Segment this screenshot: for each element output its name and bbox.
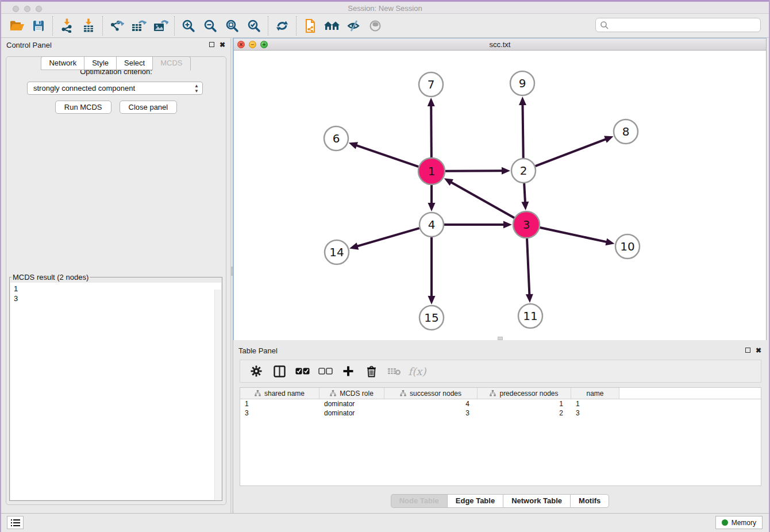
edge-arrowhead [605,238,614,246]
column-header-MCDS-role[interactable]: MCDS role [319,388,384,399]
network-graph[interactable]: 7968124314101511 [234,51,766,340]
graph-edge-2-9[interactable] [522,104,523,158]
open-file-button[interactable] [6,16,28,36]
first-neighbors-button[interactable] [321,16,343,36]
zoom-in-button[interactable] [178,16,199,36]
export-network-button[interactable] [106,16,128,36]
mcds-result-group: MCDS result (2 nodes) 13 [9,273,222,501]
network-canvas[interactable]: 7968124314101511 [234,51,766,340]
task-history-button[interactable] [7,516,24,529]
network-window-title: scc.txt [234,40,766,49]
table-tabs: Node Table Edge Table Network Table Moti… [233,494,767,508]
search-icon [600,21,609,30]
column-layout-button[interactable] [269,362,290,380]
float-panel-icon[interactable] [209,41,214,48]
table-row[interactable]: 3dominator323 [240,408,761,418]
splitter-grip[interactable] [231,267,233,276]
table-row[interactable]: 1dominator411 [240,399,761,408]
refresh-icon [275,19,289,33]
column-header-name[interactable]: name [571,388,619,399]
delete-column-button[interactable] [361,362,382,380]
table-cell[interactable]: 3 [384,408,478,418]
double-home-icon [324,20,341,32]
mcds-result-item[interactable]: 1 [14,284,221,294]
zoom-in-icon [182,19,195,33]
run-mcds-button[interactable]: Run MCDS [55,101,111,114]
tab-edge-table[interactable]: Edge Table [447,494,503,508]
table-toolbar: f(x) [240,360,761,383]
table-cell[interactable]: 4 [384,399,478,408]
graph-edge-2-8[interactable] [536,139,607,166]
mcds-result-list[interactable]: 13 [10,283,221,500]
deselect-all-icon [318,368,333,375]
column-type-icon [400,390,406,396]
refresh-layout-button[interactable] [271,16,293,36]
table-panel-title: Table Panel [238,346,278,355]
scrollbar-track[interactable] [214,290,222,500]
graph-edge-1-2[interactable] [445,171,503,171]
deselect-all-button[interactable] [315,362,336,380]
close-panel-icon[interactable]: ✖ [756,347,761,354]
zoom-out-button[interactable] [199,16,221,36]
eye-slash-icon [346,20,361,32]
tab-mcds[interactable]: MCDS [152,56,190,71]
table-cell[interactable]: 3 [571,408,619,418]
duplicate-network-button[interactable] [299,16,321,36]
graph-edge-3-11[interactable] [527,238,529,295]
search-field[interactable] [595,18,761,32]
table-cell[interactable]: 1 [240,399,319,408]
hide-selected-button[interactable] [343,16,365,36]
tab-motifs[interactable]: Motifs [570,494,609,508]
graph-edge-3-10[interactable] [540,228,607,242]
criterion-select[interactable]: strongly connected component ▲▼ [27,82,203,95]
tab-network[interactable]: Network [41,56,84,70]
mcds-result-item[interactable]: 3 [14,294,221,303]
table-cell[interactable]: 3 [240,408,319,418]
tab-node-table[interactable]: Node Table [391,494,447,508]
add-column-button[interactable] [338,362,359,380]
close-panel-button[interactable]: Close panel [120,101,178,114]
table-cell[interactable]: 1 [478,399,571,408]
column-settings-button[interactable] [246,362,267,380]
import-network-button[interactable] [56,16,78,36]
control-panel-tabs: Network Style Select MCDS [1,56,230,70]
import-table-button[interactable] [78,16,99,36]
column-header-shared-name[interactable]: shared name [240,388,319,399]
export-image-button[interactable] [149,16,171,36]
control-panel-title: Control Panel [6,41,52,49]
edge-arrowhead [428,296,436,304]
node-table[interactable]: shared nameMCDS rolesuccessor nodesprede… [240,387,761,486]
table-cell[interactable]: 1 [571,399,619,408]
column-header-successor-nodes[interactable]: successor nodes [384,388,478,399]
export-table-button[interactable] [128,16,149,36]
column-header-label: MCDS role [340,390,374,398]
memory-button[interactable]: Memory [715,516,763,529]
float-panel-icon[interactable] [745,347,750,354]
delete-table-button[interactable] [384,362,405,380]
tab-select[interactable]: Select [116,56,152,70]
tab-style[interactable]: Style [84,56,116,70]
search-input[interactable] [609,20,760,31]
column-header-label: successor nodes [410,390,461,398]
graph-edge-1-6[interactable] [356,145,418,167]
graph-edge-4-14[interactable] [357,228,419,246]
zoom-selected-button[interactable] [243,16,265,36]
graph-edge-1-7[interactable] [431,105,432,157]
list-icon [10,519,21,527]
close-panel-icon[interactable]: ✖ [220,41,225,48]
table-cell[interactable]: dominator [319,399,384,408]
show-all-button[interactable] [365,16,387,36]
select-all-button[interactable] [292,362,313,380]
import-network-icon [60,18,74,33]
graph-edge-3-1[interactable] [451,182,514,218]
graph-edge-2-3[interactable] [524,183,525,203]
edge-arrowhead [349,242,359,249]
table-cell[interactable]: 2 [478,408,571,418]
tab-network-table[interactable]: Network Table [503,494,570,508]
save-session-button[interactable] [28,16,49,36]
table-cell[interactable]: dominator [319,408,384,418]
column-header-predecessor-nodes[interactable]: predecessor nodes [478,388,571,399]
function-builder-button[interactable]: f(x) [407,362,428,380]
fit-content-button[interactable] [221,16,243,36]
table-header-row: shared nameMCDS rolesuccessor nodesprede… [240,388,761,399]
